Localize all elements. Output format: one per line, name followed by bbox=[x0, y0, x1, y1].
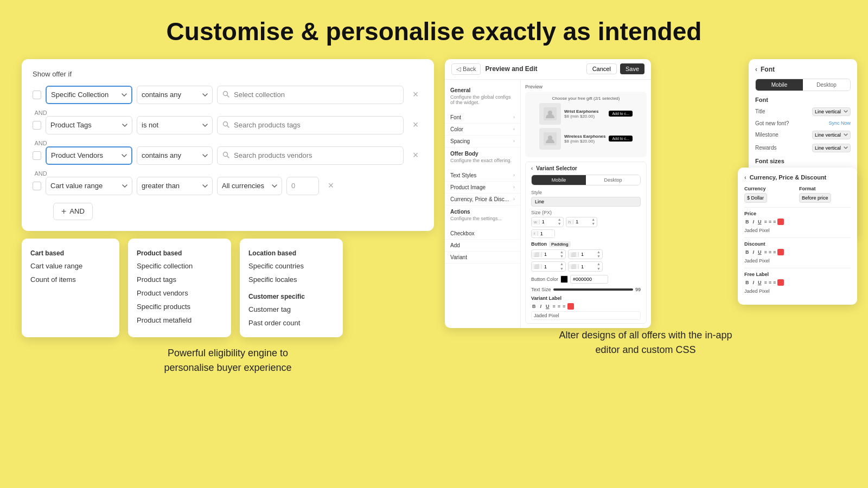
condition-select-3[interactable]: Product Vendors bbox=[46, 146, 132, 165]
add-and-button[interactable]: + AND bbox=[53, 203, 93, 220]
cpd-free-align-center[interactable]: ≡ bbox=[769, 280, 771, 285]
vs-width-down[interactable]: ▼ bbox=[556, 222, 563, 226]
fp-sync-link[interactable]: Sync Now bbox=[828, 120, 851, 126]
condition-select-2[interactable]: Product Tags bbox=[46, 116, 132, 134]
cpd-price-align-right[interactable]: ≡ bbox=[773, 219, 776, 224]
product-metafield-item[interactable]: Product metafield bbox=[128, 313, 231, 327]
fp-desktop-tab[interactable]: Desktop bbox=[803, 79, 850, 91]
remove-btn-2[interactable]: × bbox=[408, 118, 423, 133]
operator-select-2[interactable]: is not bbox=[137, 116, 213, 134]
vs-r-value[interactable] bbox=[538, 230, 554, 237]
btn-b-up[interactable]: ▲ bbox=[595, 262, 602, 266]
italic-button[interactable]: I bbox=[539, 304, 543, 309]
currency-select-4[interactable]: All currencies bbox=[217, 177, 282, 195]
past-order-count-item[interactable]: Past order count bbox=[240, 316, 343, 330]
remove-btn-3[interactable]: × bbox=[408, 148, 423, 163]
search-input-1[interactable] bbox=[217, 86, 404, 104]
sidebar-item-variant[interactable]: Variant bbox=[445, 252, 520, 264]
vs-btn-bottom[interactable] bbox=[579, 263, 595, 271]
btn-w-down[interactable]: ▼ bbox=[558, 254, 565, 259]
vs-width-up[interactable]: ▲ bbox=[556, 217, 563, 222]
vs-mobile-tab[interactable]: Mobile bbox=[532, 175, 586, 185]
checkbox-1[interactable] bbox=[33, 91, 41, 99]
btn-h-up[interactable]: ▲ bbox=[595, 250, 602, 254]
cpd-disc-align-center[interactable]: ≡ bbox=[769, 249, 771, 255]
value-input-4[interactable] bbox=[286, 177, 319, 195]
align-center-button[interactable]: ≡ bbox=[558, 304, 560, 309]
cpd-price-italic[interactable]: I bbox=[752, 219, 756, 224]
pe-save-button[interactable]: Save bbox=[620, 63, 644, 74]
bold-button[interactable]: B bbox=[531, 304, 537, 309]
align-left-button[interactable]: ≡ bbox=[553, 304, 556, 309]
cpd-price-underline[interactable]: U bbox=[757, 219, 763, 224]
cpd-disc-bold[interactable]: B bbox=[744, 249, 750, 255]
pe-back-button[interactable]: ◁ Back bbox=[451, 63, 481, 75]
vs-height-up[interactable]: ▲ bbox=[590, 217, 597, 222]
cart-value-range-item[interactable]: Cart value range bbox=[22, 259, 119, 273]
remove-btn-1[interactable]: × bbox=[408, 87, 423, 102]
specific-products-item[interactable]: Specific products bbox=[128, 300, 231, 313]
fp-rewards-select[interactable]: Line vertical bbox=[812, 144, 851, 152]
vs-style-select[interactable]: Line bbox=[531, 197, 641, 207]
fp-mobile-tab[interactable]: Mobile bbox=[756, 79, 803, 91]
btn-t-down[interactable]: ▼ bbox=[558, 267, 565, 271]
color-swatch[interactable] bbox=[560, 275, 568, 283]
vs-height-down[interactable]: ▼ bbox=[590, 222, 597, 226]
condition-select-1[interactable]: Specific Collection bbox=[46, 86, 132, 104]
cpd-free-italic[interactable]: I bbox=[752, 280, 756, 285]
btn-b-down[interactable]: ▼ bbox=[595, 267, 602, 271]
product-tags-item[interactable]: Product tags bbox=[128, 273, 231, 286]
sidebar-item-currency[interactable]: Currency, Price & Disc...› bbox=[445, 194, 520, 206]
vs-desktop-tab[interactable]: Desktop bbox=[586, 175, 640, 185]
sidebar-item-font[interactable]: Font› bbox=[445, 112, 520, 124]
checkbox-2[interactable] bbox=[33, 121, 41, 130]
cpd-disc-align-left[interactable]: ≡ bbox=[764, 249, 767, 255]
btn-w-up[interactable]: ▲ bbox=[558, 250, 565, 254]
cpd-free-align-right[interactable]: ≡ bbox=[773, 280, 776, 285]
cpd-disc-color[interactable] bbox=[777, 249, 784, 255]
operator-select-3[interactable]: contains any bbox=[137, 146, 213, 165]
vs-btn-top[interactable] bbox=[542, 263, 558, 271]
cpd-free-color[interactable] bbox=[777, 279, 784, 286]
customer-tag-item[interactable]: Customer tag bbox=[240, 303, 343, 316]
fp-milestone-select[interactable]: Line vertical bbox=[812, 131, 851, 139]
checkbox-4[interactable] bbox=[33, 182, 41, 190]
vs-height-value[interactable] bbox=[573, 218, 590, 226]
operator-select-1[interactable]: contains any bbox=[137, 86, 213, 104]
cpd-price-bold[interactable]: B bbox=[744, 219, 750, 224]
color-red-button[interactable] bbox=[567, 303, 574, 310]
sidebar-item-product-image[interactable]: Product Image› bbox=[445, 182, 520, 194]
pe-cancel-button[interactable]: Cancel bbox=[586, 63, 617, 74]
btn-h-down[interactable]: ▼ bbox=[595, 254, 602, 259]
text-size-slider[interactable] bbox=[553, 288, 633, 291]
cpd-format-select[interactable]: Before price bbox=[799, 193, 831, 203]
checkbox-3[interactable] bbox=[33, 151, 41, 160]
sidebar-item-add[interactable]: Add bbox=[445, 240, 520, 252]
color-input[interactable] bbox=[570, 275, 608, 284]
cpd-price-align-center[interactable]: ≡ bbox=[769, 219, 771, 224]
condition-select-4[interactable]: Cart value range bbox=[46, 177, 132, 195]
sidebar-item-color[interactable]: Color› bbox=[445, 124, 520, 136]
cpd-back-button[interactable]: ‹ bbox=[744, 174, 746, 181]
fp-back-button[interactable]: ‹ bbox=[755, 66, 757, 73]
cpd-free-align-left[interactable]: ≡ bbox=[764, 280, 767, 285]
specific-collection-item[interactable]: Specific collection bbox=[128, 259, 231, 273]
vs-btn-width[interactable] bbox=[542, 251, 558, 258]
remove-btn-4[interactable]: × bbox=[323, 178, 339, 194]
cpd-price-color[interactable] bbox=[777, 219, 784, 225]
vs-btn-height[interactable] bbox=[579, 251, 595, 258]
sidebar-item-spacing[interactable]: Spacing› bbox=[445, 136, 520, 147]
cpd-free-underline[interactable]: U bbox=[757, 280, 763, 285]
product-add-btn-1[interactable]: Add to c... bbox=[609, 111, 633, 117]
sidebar-item-text-styles[interactable]: Text Styles› bbox=[445, 170, 520, 182]
search-input-3[interactable] bbox=[217, 146, 404, 165]
align-right-button[interactable]: ≡ bbox=[563, 304, 565, 309]
cpd-disc-align-right[interactable]: ≡ bbox=[773, 249, 776, 255]
cpd-currency-select[interactable]: $ Dollar bbox=[744, 193, 767, 203]
cpd-disc-underline[interactable]: U bbox=[757, 249, 763, 255]
vs-width-value[interactable] bbox=[540, 218, 556, 226]
specific-locales-item[interactable]: Specific locales bbox=[240, 273, 343, 286]
cpd-free-bold[interactable]: B bbox=[744, 280, 750, 285]
count-of-items-item[interactable]: Count of items bbox=[22, 273, 119, 286]
product-vendors-item[interactable]: Product vendors bbox=[128, 286, 231, 300]
